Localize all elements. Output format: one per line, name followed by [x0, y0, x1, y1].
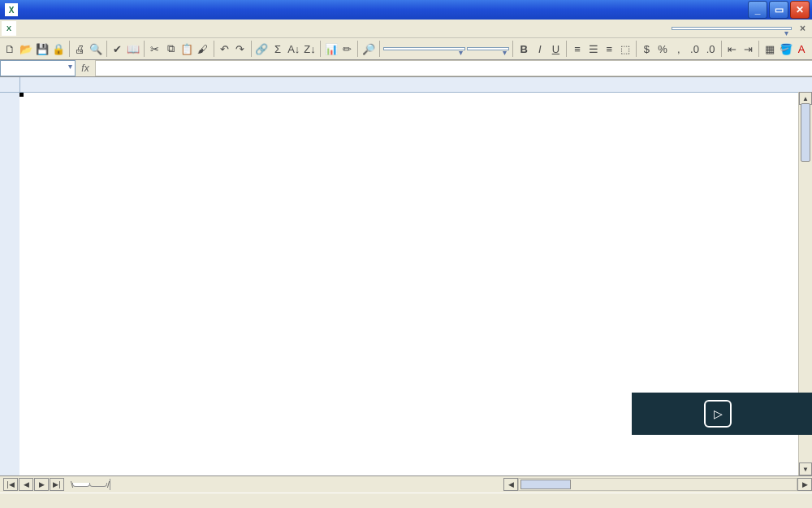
- scroll-left-button[interactable]: ◀: [503, 478, 518, 491]
- select-all-corner[interactable]: [0, 77, 20, 92]
- titlebar: X _ ▭ ✕: [0, 0, 812, 20]
- new-icon[interactable]: 🗋: [3, 41, 18, 57]
- chart-icon[interactable]: 📊: [324, 41, 339, 57]
- status-bar: [0, 493, 812, 508]
- menu-file[interactable]: [19, 27, 32, 30]
- vscroll-thumb[interactable]: [801, 103, 810, 162]
- menu-window[interactable]: [110, 27, 123, 30]
- align-right-icon[interactable]: ≡: [602, 41, 616, 57]
- column-header-row: [0, 77, 812, 93]
- formula-bar: fx: [0, 60, 812, 77]
- sheet-tabs-bar: |◀ ◀ ▶ ▶| \ / ◀ ▶: [0, 475, 812, 493]
- fill-color-icon[interactable]: 🪣: [779, 41, 793, 57]
- spreadsheet: ▲ ▼: [0, 77, 812, 475]
- menu-insert[interactable]: [58, 27, 71, 30]
- close-button[interactable]: ✕: [790, 1, 810, 19]
- watermark-logo-icon: [704, 400, 732, 428]
- scroll-down-button[interactable]: ▼: [799, 462, 812, 475]
- menubar: X ×: [0, 20, 812, 38]
- scroll-right-button[interactable]: ▶: [797, 478, 812, 491]
- drawing-icon[interactable]: ✏: [340, 41, 355, 57]
- undo-icon[interactable]: ↶: [217, 41, 231, 57]
- spellcheck-icon[interactable]: ✔: [110, 41, 125, 57]
- selection-box: [19, 93, 23, 96]
- italic-icon[interactable]: I: [533, 41, 547, 57]
- align-center-icon[interactable]: ☰: [586, 41, 601, 57]
- increase-decimal-icon[interactable]: .0: [688, 41, 702, 57]
- menu-help[interactable]: [123, 27, 136, 30]
- help-search-box[interactable]: [672, 27, 792, 30]
- menu-view[interactable]: [45, 27, 58, 30]
- permissions-icon[interactable]: 🔒: [51, 41, 66, 57]
- comma-icon[interactable]: ,: [672, 41, 686, 57]
- research-icon[interactable]: 📖: [126, 41, 140, 57]
- fill-handle[interactable]: [19, 93, 24, 97]
- underline-icon[interactable]: U: [549, 41, 564, 57]
- redo-icon[interactable]: ↷: [233, 41, 248, 57]
- menu-edit[interactable]: [32, 27, 45, 30]
- percent-icon[interactable]: %: [655, 41, 670, 57]
- bold-icon[interactable]: B: [516, 41, 531, 57]
- print-icon[interactable]: 🖨: [73, 41, 88, 57]
- sort-desc-icon[interactable]: Z↓: [303, 41, 317, 57]
- print-preview-icon[interactable]: 🔍: [89, 41, 103, 57]
- font-name-select[interactable]: [383, 47, 465, 50]
- menu-data[interactable]: [97, 27, 110, 30]
- horizontal-scrollbar[interactable]: ◀ ▶: [503, 479, 812, 490]
- zoom-icon[interactable]: 🔎: [361, 41, 376, 57]
- paste-icon[interactable]: 📋: [179, 41, 194, 57]
- copy-icon[interactable]: ⧉: [164, 41, 179, 57]
- autosum-icon[interactable]: Σ: [270, 41, 285, 57]
- save-icon[interactable]: 💾: [35, 41, 50, 57]
- maximize-button[interactable]: ▭: [769, 1, 788, 19]
- align-left-icon[interactable]: ≡: [570, 41, 585, 57]
- decrease-indent-icon[interactable]: ⇤: [725, 41, 740, 57]
- sheet-tab-sheet2[interactable]: [89, 483, 107, 487]
- font-color-icon[interactable]: A: [794, 41, 809, 57]
- merge-icon[interactable]: ⬚: [618, 41, 633, 57]
- menu-format[interactable]: [71, 27, 84, 30]
- prev-sheet-button[interactable]: ◀: [19, 478, 33, 491]
- sort-asc-icon[interactable]: A↓: [287, 41, 301, 57]
- decrease-decimal-icon[interactable]: .0: [703, 41, 718, 57]
- doc-close-button[interactable]: ×: [797, 23, 809, 34]
- menu-tools[interactable]: [84, 27, 97, 30]
- currency-icon[interactable]: $: [640, 41, 654, 57]
- sheet-tab-sheet1[interactable]: [72, 483, 90, 487]
- hyperlink-icon[interactable]: 🔗: [255, 41, 270, 57]
- format-painter-icon[interactable]: 🖌: [196, 41, 210, 57]
- toolbars: 🗋 📂 💾 🔒 🖨 🔍 ✔ 📖 ✂ ⧉ 📋 🖌 ↶ ↷ 🔗 Σ A↓ Z↓ 📊 …: [0, 38, 812, 60]
- font-size-select[interactable]: [467, 47, 509, 50]
- formula-input[interactable]: [95, 60, 812, 76]
- row-header-col: [0, 93, 19, 475]
- open-icon[interactable]: 📂: [19, 41, 34, 57]
- hscroll-thumb[interactable]: [520, 480, 571, 489]
- first-sheet-button[interactable]: |◀: [3, 478, 18, 491]
- borders-icon[interactable]: ▦: [762, 41, 777, 57]
- cut-icon[interactable]: ✂: [148, 41, 162, 57]
- watermark: [632, 393, 812, 435]
- increase-indent-icon[interactable]: ⇥: [741, 41, 755, 57]
- minimize-button[interactable]: _: [748, 1, 767, 19]
- excel-doc-icon[interactable]: X: [2, 21, 16, 36]
- fx-icon[interactable]: fx: [76, 63, 95, 74]
- last-sheet-button[interactable]: ▶|: [50, 478, 64, 491]
- name-box[interactable]: [0, 60, 76, 76]
- next-sheet-button[interactable]: ▶: [34, 478, 49, 491]
- excel-app-icon: X: [5, 3, 18, 16]
